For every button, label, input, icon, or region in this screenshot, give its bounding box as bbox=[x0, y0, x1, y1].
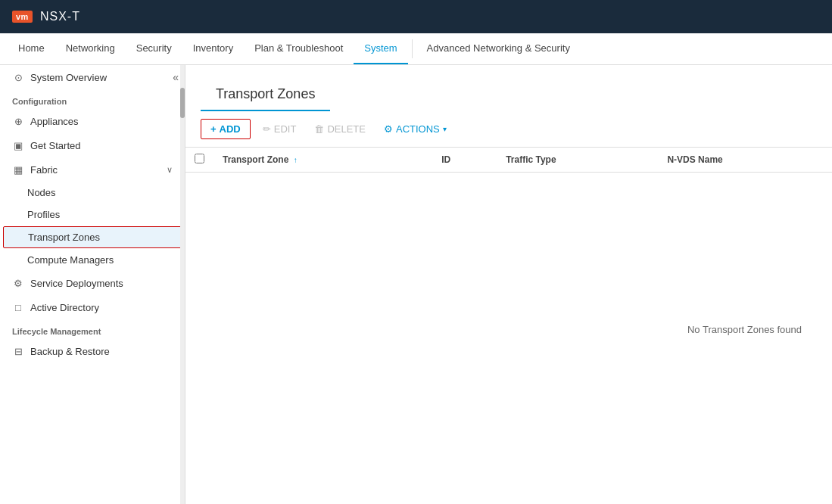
sidebar-item-label-service-deployments: Service Deployments bbox=[30, 278, 123, 289]
active-directory-icon: □ bbox=[12, 301, 24, 313]
th-id-label: ID bbox=[441, 154, 450, 165]
scrollbar-thumb[interactable] bbox=[180, 88, 185, 118]
actions-button-label: ACTIONS bbox=[396, 123, 440, 135]
nav-security[interactable]: Security bbox=[126, 33, 182, 64]
content-area: Transport Zones + ADD ✏ EDIT 🗑 DELETE ⚙ … bbox=[185, 65, 832, 504]
actions-button[interactable]: ⚙ ACTIONS ▾ bbox=[378, 120, 453, 138]
edit-button[interactable]: ✏ EDIT bbox=[257, 120, 303, 138]
add-button-label: ADD bbox=[220, 123, 241, 135]
sidebar-item-appliances[interactable]: ⊕ Appliances bbox=[0, 109, 185, 133]
sidebar-item-label-get-started: Get Started bbox=[30, 140, 80, 151]
empty-message: No Transport Zones found bbox=[185, 173, 832, 335]
transport-zones-table: Transport Zone ↑ ID Traffic Type N-VDS N… bbox=[185, 148, 832, 173]
page-header: Transport Zones bbox=[201, 76, 330, 111]
delete-button[interactable]: 🗑 DELETE bbox=[308, 120, 372, 138]
sort-icon-transport-zone: ↑ bbox=[294, 156, 298, 164]
sidebar-item-get-started[interactable]: ▣ Get Started bbox=[0, 133, 185, 157]
sidebar-item-label-transport-zones: Transport Zones bbox=[28, 232, 100, 243]
th-n-vds-name-label: N-VDS Name bbox=[667, 154, 722, 165]
nav-networking[interactable]: Networking bbox=[55, 33, 126, 64]
system-overview-icon: ⊙ bbox=[12, 71, 24, 83]
plus-icon: + bbox=[210, 123, 217, 135]
top-bar: vm NSX-T bbox=[0, 0, 832, 33]
nav-system[interactable]: System bbox=[354, 33, 407, 64]
nav-plan-troubleshoot[interactable]: Plan & Troubleshoot bbox=[244, 33, 354, 64]
actions-chevron-icon: ▾ bbox=[443, 125, 447, 133]
edit-button-label: EDIT bbox=[274, 123, 297, 135]
page-header-wrapper: Transport Zones bbox=[185, 65, 832, 111]
sidebar-item-label-profiles: Profiles bbox=[27, 209, 60, 220]
nav-advanced[interactable]: Advanced Networking & Security bbox=[416, 33, 581, 64]
nav-bar: Home Networking Security Inventory Plan … bbox=[0, 33, 832, 65]
th-traffic-type[interactable]: Traffic Type bbox=[497, 148, 658, 173]
th-id[interactable]: ID bbox=[432, 148, 497, 173]
backup-restore-icon: ⊟ bbox=[12, 345, 24, 357]
sidebar-item-fabric[interactable]: ▦ Fabric ∨ bbox=[0, 157, 185, 182]
sidebar: « ⊙ System Overview Configuration ⊕ Appl… bbox=[0, 65, 185, 504]
delete-icon: 🗑 bbox=[314, 123, 324, 135]
service-deployments-icon: ⚙ bbox=[12, 277, 24, 289]
get-started-icon: ▣ bbox=[12, 139, 24, 151]
delete-button-label: DELETE bbox=[327, 123, 366, 135]
add-button[interactable]: + ADD bbox=[201, 119, 251, 139]
sidebar-item-label-appliances: Appliances bbox=[30, 116, 79, 127]
sidebar-item-label-backup-restore: Backup & Restore bbox=[30, 346, 110, 357]
sidebar-section-configuration: Configuration bbox=[0, 89, 185, 109]
nav-home[interactable]: Home bbox=[8, 33, 55, 64]
page-title: Transport Zones bbox=[216, 86, 315, 110]
sidebar-item-label-compute-managers: Compute Managers bbox=[27, 254, 114, 266]
sidebar-item-service-deployments[interactable]: ⚙ Service Deployments bbox=[0, 271, 185, 295]
sidebar-item-compute-managers[interactable]: Compute Managers bbox=[0, 249, 185, 271]
sidebar-item-backup-restore[interactable]: ⊟ Backup & Restore bbox=[0, 339, 185, 363]
nav-inventory[interactable]: Inventory bbox=[182, 33, 244, 64]
sidebar-item-label-system-overview: System Overview bbox=[30, 72, 107, 83]
gear-icon: ⚙ bbox=[384, 123, 393, 135]
th-transport-zone[interactable]: Transport Zone ↑ bbox=[213, 148, 432, 173]
select-all-checkbox[interactable] bbox=[195, 154, 204, 163]
toolbar: + ADD ✏ EDIT 🗑 DELETE ⚙ ACTIONS ▾ bbox=[185, 111, 832, 148]
nav-divider bbox=[412, 39, 413, 58]
edit-icon: ✏ bbox=[263, 123, 271, 135]
table-container: Transport Zone ↑ ID Traffic Type N-VDS N… bbox=[185, 148, 832, 504]
sidebar-item-label-active-directory: Active Directory bbox=[30, 302, 99, 313]
vm-logo: vm bbox=[12, 11, 33, 23]
th-n-vds-name[interactable]: N-VDS Name bbox=[658, 148, 832, 173]
sidebar-item-label-nodes: Nodes bbox=[27, 187, 56, 198]
sidebar-collapse-button[interactable]: « bbox=[173, 71, 179, 83]
sidebar-item-nodes[interactable]: Nodes bbox=[0, 182, 185, 204]
fabric-chevron-icon: ∨ bbox=[167, 165, 173, 175]
main-layout: « ⊙ System Overview Configuration ⊕ Appl… bbox=[0, 65, 832, 504]
app-title: NSX-T bbox=[40, 10, 80, 23]
sidebar-item-active-directory[interactable]: □ Active Directory bbox=[0, 295, 185, 319]
sidebar-item-system-overview[interactable]: ⊙ System Overview bbox=[0, 65, 185, 89]
th-checkbox bbox=[185, 148, 213, 173]
th-traffic-type-label: Traffic Type bbox=[506, 154, 556, 165]
sidebar-item-transport-zones[interactable]: Transport Zones bbox=[3, 226, 182, 248]
sidebar-item-label-fabric: Fabric bbox=[30, 164, 58, 176]
sidebar-section-lifecycle: Lifecycle Management bbox=[0, 319, 185, 339]
appliances-icon: ⊕ bbox=[12, 115, 24, 127]
th-transport-zone-label: Transport Zone bbox=[223, 154, 288, 165]
sidebar-item-profiles[interactable]: Profiles bbox=[0, 204, 185, 226]
scrollbar-track[interactable] bbox=[180, 65, 185, 504]
fabric-icon: ▦ bbox=[12, 163, 24, 176]
